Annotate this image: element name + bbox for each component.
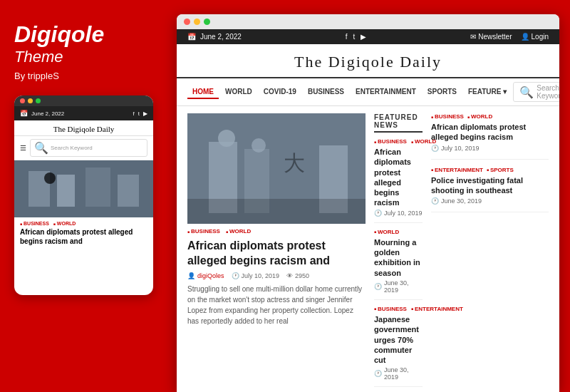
nav-business[interactable]: BUSINESS bbox=[303, 86, 349, 99]
right-clock-icon-1: 🕐 bbox=[431, 145, 439, 152]
featured-item-1-title: African diplomats protest alleged begins… bbox=[374, 147, 423, 208]
mobile-hamburger-icon[interactable]: ☰ bbox=[20, 144, 26, 152]
clock-icon-3: 🕐 bbox=[374, 370, 382, 377]
newspaper-nav: HOME WORLD COVID-19 BUSINESS ENTERTAINME… bbox=[177, 78, 559, 106]
main-article-excerpt: Struggling to sell one multi-million dol… bbox=[187, 284, 366, 326]
newspaper-twitter-icon[interactable]: t bbox=[353, 33, 356, 41]
browser-dot-yellow bbox=[194, 19, 200, 25]
featured-item-2-date: 🕐 June 30, 2019 bbox=[374, 279, 423, 294]
newspaper-date-area: 📅 June 2, 2022 bbox=[187, 33, 242, 41]
newspaper-youtube-icon[interactable]: ▶ bbox=[361, 33, 366, 41]
right-article-2: ENTERTAINMENT SPORTS Police investigatin… bbox=[431, 167, 549, 213]
featured-item-3: BUSINESS ENTERTAINMENT Japanese governme… bbox=[374, 306, 423, 387]
nav-search-icon: 🔍 bbox=[519, 86, 534, 99]
featured-item-2-tags: WORLD bbox=[374, 229, 423, 235]
mobile-search-placeholder: Search Keyword bbox=[51, 145, 93, 151]
right-article-2-date: 🕐 June 30, 2019 bbox=[431, 197, 549, 205]
nav-sports[interactable]: SPORTS bbox=[423, 86, 462, 99]
right-column: BUSINESS WORLD African diplomats protest… bbox=[431, 113, 549, 388]
feat-tag-world-2: WORLD bbox=[374, 229, 399, 235]
feat-tag-business-1: BUSINESS bbox=[374, 138, 407, 145]
mobile-tag-business: BUSINESS bbox=[20, 221, 49, 226]
svg-rect-4 bbox=[118, 175, 139, 207]
login-label: Login bbox=[532, 33, 549, 41]
newspaper-facebook-icon[interactable]: f bbox=[346, 33, 348, 41]
newspaper-date: June 2, 2022 bbox=[200, 33, 242, 41]
newsletter-button[interactable]: ✉ Newsletter bbox=[470, 33, 512, 41]
featured-item-3-tags: BUSINESS ENTERTAINMENT bbox=[374, 306, 423, 312]
newspaper-header-actions: ✉ Newsletter 👤 Login bbox=[470, 33, 549, 41]
right-article-1-date: 🕐 July 10, 2019 bbox=[431, 145, 549, 152]
mobile-search-box[interactable]: 🔍 Search Keyword bbox=[30, 139, 147, 157]
featured-label: FEATURED NEWS bbox=[374, 113, 423, 133]
date-icon: 🕐 bbox=[232, 272, 239, 279]
left-panel: Digiqole Theme By trippleS 📅 June 2, 202… bbox=[0, 0, 177, 392]
svg-rect-15 bbox=[187, 199, 366, 224]
svg-rect-2 bbox=[57, 175, 75, 207]
nav-entertainment[interactable]: ENTERTAINMENT bbox=[351, 86, 421, 99]
mobile-dot-green bbox=[36, 98, 41, 103]
brand-by: By trippleS bbox=[14, 71, 162, 81]
nav-home[interactable]: HOME bbox=[187, 86, 219, 99]
right-tag-world-1: WORLD bbox=[467, 113, 492, 120]
mobile-dot-red bbox=[20, 98, 25, 103]
svg-point-13 bbox=[252, 138, 266, 153]
mobile-youtube-icon: ▶ bbox=[143, 110, 147, 117]
mobile-search-bar: ☰ 🔍 Search Keyword bbox=[14, 136, 153, 160]
browser-dot-red bbox=[184, 19, 190, 25]
main-article-tags: BUSINESS WORLD bbox=[187, 228, 366, 234]
right-article-2-tags: ENTERTAINMENT SPORTS bbox=[431, 167, 549, 173]
svg-rect-3 bbox=[86, 167, 110, 207]
author-name: digiQoles bbox=[197, 272, 224, 279]
mobile-article-tags: BUSINESS WORLD bbox=[14, 217, 153, 227]
nav-left: HOME WORLD COVID-19 BUSINESS ENTERTAINME… bbox=[187, 86, 512, 99]
featured-item-2-title: Mourning a golden exhibition in season bbox=[374, 237, 423, 278]
newspaper-header-bar: 📅 June 2, 2022 f t ▶ ✉ Newsletter 👤 Logi… bbox=[177, 29, 559, 44]
featured-news: FEATURED NEWS BUSINESS WORLD African dip… bbox=[374, 113, 423, 388]
main-article-meta: 👤 digiQoles 🕐 July 10, 2019 👁 2950 bbox=[187, 272, 366, 279]
featured-item-1-tags: BUSINESS WORLD bbox=[374, 138, 423, 145]
nav-feature[interactable]: FEATURE ▾ bbox=[463, 86, 512, 99]
mobile-mockup: 📅 June 2, 2022 f t ▶ The Digiqole Daily … bbox=[14, 96, 153, 295]
brand-name: Digiqole bbox=[14, 21, 162, 48]
main-tag-business: BUSINESS bbox=[187, 228, 220, 234]
main-article: 大 BUSINESS WORLD African diplomats prote… bbox=[187, 113, 366, 388]
mobile-article-image bbox=[14, 160, 153, 217]
featured-item-3-title: Japanese government urges 70% commuter c… bbox=[374, 314, 423, 365]
login-button[interactable]: 👤 Login bbox=[521, 33, 549, 41]
newsletter-label: Newsletter bbox=[478, 33, 512, 41]
featured-item-3-date: 🕐 June 30, 2019 bbox=[374, 366, 423, 381]
main-article-image: 大 bbox=[187, 113, 366, 224]
svg-point-5 bbox=[44, 172, 56, 184]
browser-mockup: 📅 June 2, 2022 f t ▶ ✉ Newsletter 👤 Logi… bbox=[177, 14, 559, 392]
featured-item-1-date: 🕐 July 10, 2019 bbox=[374, 210, 423, 217]
right-article-1-title: African diplomats protest alleged begins… bbox=[431, 122, 549, 143]
mobile-search-icon: 🔍 bbox=[34, 141, 48, 155]
mobile-logo: The Digiqole Daily bbox=[14, 120, 153, 136]
featured-item-1: BUSINESS WORLD African diplomats protest… bbox=[374, 138, 423, 223]
main-article-img-svg: 大 bbox=[187, 113, 366, 224]
right-clock-icon-2: 🕐 bbox=[431, 197, 439, 205]
envelope-icon: ✉ bbox=[470, 33, 476, 41]
mobile-twitter-icon: t bbox=[138, 110, 140, 117]
main-article-date: 🕐 July 10, 2019 bbox=[232, 272, 280, 279]
nav-search-placeholder: Search Keyword bbox=[537, 84, 559, 100]
mobile-social-icons: f t ▶ bbox=[133, 110, 147, 117]
main-article-author: 👤 digiQoles bbox=[187, 272, 224, 279]
right-article-2-title: Police investigating fatal shooting in s… bbox=[431, 175, 549, 196]
author-icon: 👤 bbox=[187, 272, 195, 279]
nav-covid19[interactable]: COVID-19 bbox=[259, 86, 301, 99]
mobile-article-title: African diplomats protest alleged begins… bbox=[14, 227, 153, 249]
feat-tag-business-3: BUSINESS bbox=[374, 306, 407, 312]
main-tag-world: WORLD bbox=[226, 228, 251, 234]
nav-world[interactable]: WORLD bbox=[220, 86, 257, 99]
user-icon: 👤 bbox=[521, 33, 529, 41]
views-icon: 👁 bbox=[286, 272, 293, 279]
mobile-dot-yellow bbox=[28, 98, 33, 103]
right-article-1: BUSINESS WORLD African diplomats protest… bbox=[431, 113, 549, 160]
svg-point-12 bbox=[218, 130, 235, 147]
featured-item-2: WORLD Mourning a golden exhibition in se… bbox=[374, 229, 423, 300]
right-tag-business-1: BUSINESS bbox=[431, 113, 464, 120]
nav-search[interactable]: 🔍 Search Keyword bbox=[513, 82, 559, 102]
browser-content: 📅 June 2, 2022 f t ▶ ✉ Newsletter 👤 Logi… bbox=[177, 29, 559, 388]
